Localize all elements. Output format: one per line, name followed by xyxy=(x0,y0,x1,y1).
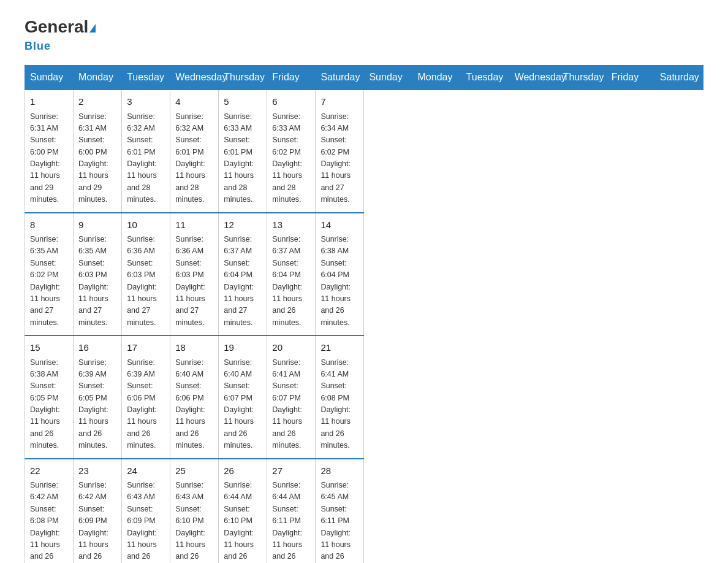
logo-blue-text: Blue xyxy=(25,40,51,52)
day-info: Sunrise: 6:38 AMSunset: 6:05 PMDaylight:… xyxy=(30,357,68,452)
day-number: 3 xyxy=(127,95,165,109)
day-number: 22 xyxy=(30,464,68,478)
calendar-cell: 19 Sunrise: 6:40 AMSunset: 6:07 PMDaylig… xyxy=(219,335,267,459)
calendar-cell: 27 Sunrise: 6:44 AMSunset: 6:11 PMDaylig… xyxy=(267,459,316,564)
day-info: Sunrise: 6:45 AMSunset: 6:11 PMDaylight:… xyxy=(320,480,358,563)
calendar-header-row: SundayMondayTuesdayWednesdayThursdayFrid… xyxy=(25,66,703,90)
day-number: 17 xyxy=(127,341,165,355)
calendar-table: SundayMondayTuesdayWednesdayThursdayFrid… xyxy=(25,65,703,563)
day-number: 13 xyxy=(272,218,310,232)
day-info: Sunrise: 6:41 AMSunset: 6:07 PMDaylight:… xyxy=(272,357,310,452)
calendar-cell: 26 Sunrise: 6:44 AMSunset: 6:10 PMDaylig… xyxy=(219,459,267,564)
calendar-cell: 6 Sunrise: 6:33 AMSunset: 6:02 PMDayligh… xyxy=(267,90,316,213)
day-number: 12 xyxy=(224,218,262,232)
day-info: Sunrise: 6:41 AMSunset: 6:08 PMDaylight:… xyxy=(320,357,358,452)
header-day-sunday: Sunday xyxy=(364,66,412,90)
day-info: Sunrise: 6:31 AMSunset: 6:00 PMDaylight:… xyxy=(30,111,68,206)
calendar-cell: 14 Sunrise: 6:38 AMSunset: 6:04 PMDaylig… xyxy=(316,213,364,336)
header-tuesday: Tuesday xyxy=(122,66,170,90)
day-info: Sunrise: 6:32 AMSunset: 6:01 PMDaylight:… xyxy=(175,111,213,206)
day-number: 14 xyxy=(320,218,358,232)
calendar-cell: 15 Sunrise: 6:38 AMSunset: 6:05 PMDaylig… xyxy=(25,335,74,459)
day-number: 4 xyxy=(175,95,213,109)
calendar-cell: 17 Sunrise: 6:39 AMSunset: 6:06 PMDaylig… xyxy=(122,335,170,459)
day-number: 7 xyxy=(320,95,358,109)
day-number: 21 xyxy=(320,341,358,355)
calendar-cell: 4 Sunrise: 6:32 AMSunset: 6:01 PMDayligh… xyxy=(170,90,219,213)
logo-text: General Blue xyxy=(25,18,96,53)
day-info: Sunrise: 6:37 AMSunset: 6:04 PMDaylight:… xyxy=(272,234,310,329)
calendar-cell: 8 Sunrise: 6:35 AMSunset: 6:02 PMDayligh… xyxy=(25,213,74,336)
day-number: 19 xyxy=(224,341,262,355)
logo: General Blue xyxy=(25,18,96,53)
calendar-cell: 18 Sunrise: 6:40 AMSunset: 6:06 PMDaylig… xyxy=(170,335,219,459)
day-number: 18 xyxy=(175,341,213,355)
header-wednesday: Wednesday xyxy=(170,66,219,90)
calendar-cell: 9 Sunrise: 6:35 AMSunset: 6:03 PMDayligh… xyxy=(74,213,122,336)
day-info: Sunrise: 6:40 AMSunset: 6:07 PMDaylight:… xyxy=(224,357,262,452)
calendar-cell: 24 Sunrise: 6:43 AMSunset: 6:09 PMDaylig… xyxy=(122,459,170,564)
day-info: Sunrise: 6:44 AMSunset: 6:10 PMDaylight:… xyxy=(224,480,262,563)
day-number: 28 xyxy=(320,464,358,478)
calendar-cell: 10 Sunrise: 6:36 AMSunset: 6:03 PMDaylig… xyxy=(122,213,170,336)
day-number: 9 xyxy=(78,218,116,232)
header-saturday: Saturday xyxy=(316,66,364,90)
header-day-saturday: Saturday xyxy=(654,66,703,90)
calendar-cell: 23 Sunrise: 6:42 AMSunset: 6:09 PMDaylig… xyxy=(74,459,122,564)
day-number: 15 xyxy=(30,341,68,355)
day-info: Sunrise: 6:43 AMSunset: 6:09 PMDaylight:… xyxy=(127,480,165,563)
day-info: Sunrise: 6:43 AMSunset: 6:10 PMDaylight:… xyxy=(175,480,213,563)
day-number: 20 xyxy=(272,341,310,355)
day-number: 5 xyxy=(224,95,262,109)
calendar-cell: 11 Sunrise: 6:36 AMSunset: 6:03 PMDaylig… xyxy=(170,213,219,336)
header-day-wednesday: Wednesday xyxy=(509,66,558,90)
calendar-cell: 20 Sunrise: 6:41 AMSunset: 6:07 PMDaylig… xyxy=(267,335,316,459)
calendar-cell: 13 Sunrise: 6:37 AMSunset: 6:04 PMDaylig… xyxy=(267,213,316,336)
day-number: 8 xyxy=(30,218,68,232)
day-info: Sunrise: 6:33 AMSunset: 6:01 PMDaylight:… xyxy=(224,111,262,206)
day-number: 11 xyxy=(175,218,213,232)
header-day-monday: Monday xyxy=(412,66,461,90)
day-info: Sunrise: 6:35 AMSunset: 6:03 PMDaylight:… xyxy=(78,234,116,329)
calendar-week-4: 22 Sunrise: 6:42 AMSunset: 6:08 PMDaylig… xyxy=(25,459,703,564)
day-number: 27 xyxy=(272,464,310,478)
calendar-cell: 7 Sunrise: 6:34 AMSunset: 6:02 PMDayligh… xyxy=(316,90,364,213)
calendar-cell: 22 Sunrise: 6:42 AMSunset: 6:08 PMDaylig… xyxy=(25,459,74,564)
calendar-cell: 3 Sunrise: 6:32 AMSunset: 6:01 PMDayligh… xyxy=(122,90,170,213)
header-friday: Friday xyxy=(267,66,316,90)
calendar-week-2: 8 Sunrise: 6:35 AMSunset: 6:02 PMDayligh… xyxy=(25,213,703,336)
day-info: Sunrise: 6:42 AMSunset: 6:09 PMDaylight:… xyxy=(78,480,116,563)
day-info: Sunrise: 6:37 AMSunset: 6:04 PMDaylight:… xyxy=(224,234,262,329)
day-number: 23 xyxy=(78,464,116,478)
calendar-week-1: 1 Sunrise: 6:31 AMSunset: 6:00 PMDayligh… xyxy=(25,90,703,213)
calendar-cell: 5 Sunrise: 6:33 AMSunset: 6:01 PMDayligh… xyxy=(219,90,267,213)
header-monday: Monday xyxy=(74,66,122,90)
header-day-friday: Friday xyxy=(606,66,654,90)
day-info: Sunrise: 6:31 AMSunset: 6:00 PMDaylight:… xyxy=(78,111,116,206)
day-number: 16 xyxy=(78,341,116,355)
calendar-cell: 28 Sunrise: 6:45 AMSunset: 6:11 PMDaylig… xyxy=(316,459,364,564)
day-info: Sunrise: 6:35 AMSunset: 6:02 PMDaylight:… xyxy=(30,234,68,329)
header-day-tuesday: Tuesday xyxy=(461,66,509,90)
header-sunday: Sunday xyxy=(25,66,74,90)
day-number: 26 xyxy=(224,464,262,478)
calendar-cell: 12 Sunrise: 6:37 AMSunset: 6:04 PMDaylig… xyxy=(219,213,267,336)
day-info: Sunrise: 6:36 AMSunset: 6:03 PMDaylight:… xyxy=(127,234,165,329)
day-number: 10 xyxy=(127,218,165,232)
day-info: Sunrise: 6:42 AMSunset: 6:08 PMDaylight:… xyxy=(30,480,68,563)
logo-triangle-icon xyxy=(89,24,96,33)
day-info: Sunrise: 6:33 AMSunset: 6:02 PMDaylight:… xyxy=(272,111,310,206)
calendar-cell: 25 Sunrise: 6:43 AMSunset: 6:10 PMDaylig… xyxy=(170,459,219,564)
day-info: Sunrise: 6:40 AMSunset: 6:06 PMDaylight:… xyxy=(175,357,213,452)
day-info: Sunrise: 6:32 AMSunset: 6:01 PMDaylight:… xyxy=(127,111,165,206)
calendar-cell: 1 Sunrise: 6:31 AMSunset: 6:00 PMDayligh… xyxy=(25,90,74,213)
page-header: General Blue xyxy=(25,18,703,53)
day-number: 1 xyxy=(30,95,68,109)
calendar-week-3: 15 Sunrise: 6:38 AMSunset: 6:05 PMDaylig… xyxy=(25,335,703,459)
calendar-cell: 2 Sunrise: 6:31 AMSunset: 6:00 PMDayligh… xyxy=(74,90,122,213)
day-info: Sunrise: 6:36 AMSunset: 6:03 PMDaylight:… xyxy=(175,234,213,329)
day-number: 2 xyxy=(78,95,116,109)
day-number: 24 xyxy=(127,464,165,478)
header-day-thursday: Thursday xyxy=(558,66,606,90)
day-number: 25 xyxy=(175,464,213,478)
